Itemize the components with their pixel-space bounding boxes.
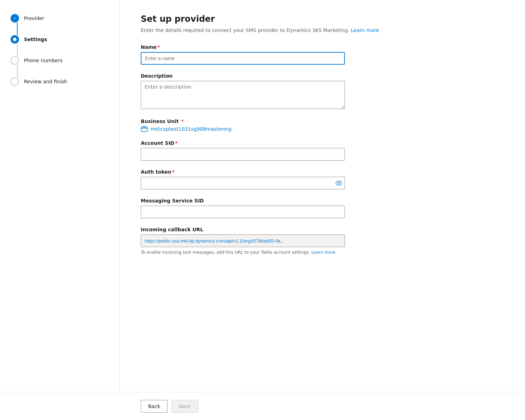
auth-token-input[interactable] — [141, 177, 345, 189]
business-unit-label: Business Unit * — [141, 118, 345, 124]
page-subtitle: Enter the details required to connect yo… — [141, 27, 504, 33]
messaging-service-sid-group: Messaging Service SID — [141, 198, 345, 218]
messaging-service-sid-input[interactable] — [141, 206, 345, 218]
sidebar: Provider Settings Phone numbers Review a… — [0, 0, 120, 420]
description-label: Description — [141, 73, 345, 79]
step-provider: Provider — [11, 14, 109, 22]
svg-rect-0 — [141, 127, 147, 131]
auth-token-group: Auth token* — [141, 169, 345, 189]
incoming-callback-url-group: Incoming callback URL To enable incoming… — [141, 227, 345, 256]
step-connector-1 — [17, 22, 18, 35]
auth-token-wrapper — [141, 177, 345, 189]
back-button[interactable]: Back — [141, 400, 167, 413]
auth-token-required: * — [172, 169, 175, 175]
callback-learn-more-link[interactable]: Learn more — [311, 250, 335, 255]
step-connector-2 — [17, 44, 18, 56]
main-content: Set up provider Enter the details requir… — [120, 0, 525, 420]
form-section: Name* Description Business Unit * — [141, 44, 345, 264]
business-unit-value[interactable]: mktcxptest1031sg908masterorg — [141, 126, 345, 132]
business-unit-required: * — [179, 118, 184, 124]
step-provider-label: Provider — [24, 15, 44, 21]
step-review: Review and finish — [11, 77, 109, 86]
business-unit-text: mktcxptest1031sg908masterorg — [151, 126, 232, 132]
footer: Back Next — [0, 392, 525, 420]
business-unit-group: Business Unit * mktcxptest1031sg908maste… — [141, 118, 345, 132]
next-button[interactable]: Next — [172, 400, 198, 413]
step-review-label: Review and finish — [24, 79, 67, 84]
toggle-password-button[interactable] — [336, 181, 342, 186]
description-input[interactable] — [141, 81, 345, 109]
svg-point-1 — [338, 182, 340, 184]
step-settings-circle — [11, 35, 19, 44]
name-group: Name* — [141, 44, 345, 65]
eye-icon — [336, 181, 342, 186]
step-settings-label: Settings — [24, 37, 47, 42]
callback-helper-text: To enable incoming text messages, add th… — [141, 249, 345, 256]
learn-more-link[interactable]: Learn more — [351, 27, 379, 33]
step-provider-circle — [11, 14, 19, 22]
name-input[interactable] — [141, 52, 345, 65]
account-sid-input[interactable] — [141, 148, 345, 161]
messaging-service-sid-label: Messaging Service SID — [141, 198, 345, 203]
account-sid-group: Account SID* — [141, 140, 345, 161]
step-phone-numbers: Phone numbers — [11, 56, 109, 65]
step-connector-3 — [17, 65, 18, 77]
incoming-callback-url-input[interactable] — [141, 234, 345, 247]
step-settings: Settings — [11, 35, 109, 44]
step-phone-numbers-circle — [11, 56, 19, 65]
auth-token-label: Auth token* — [141, 169, 345, 175]
account-sid-label: Account SID* — [141, 140, 345, 146]
step-review-circle — [11, 77, 19, 86]
page-title: Set up provider — [141, 14, 504, 24]
step-phone-numbers-label: Phone numbers — [24, 58, 63, 63]
incoming-callback-url-label: Incoming callback URL — [141, 227, 345, 232]
business-unit-icon — [141, 126, 148, 132]
account-sid-required: * — [175, 140, 177, 146]
name-required: * — [157, 44, 160, 50]
subtitle-text: Enter the details required to connect yo… — [141, 27, 349, 33]
description-group: Description — [141, 73, 345, 110]
name-label: Name* — [141, 44, 345, 50]
